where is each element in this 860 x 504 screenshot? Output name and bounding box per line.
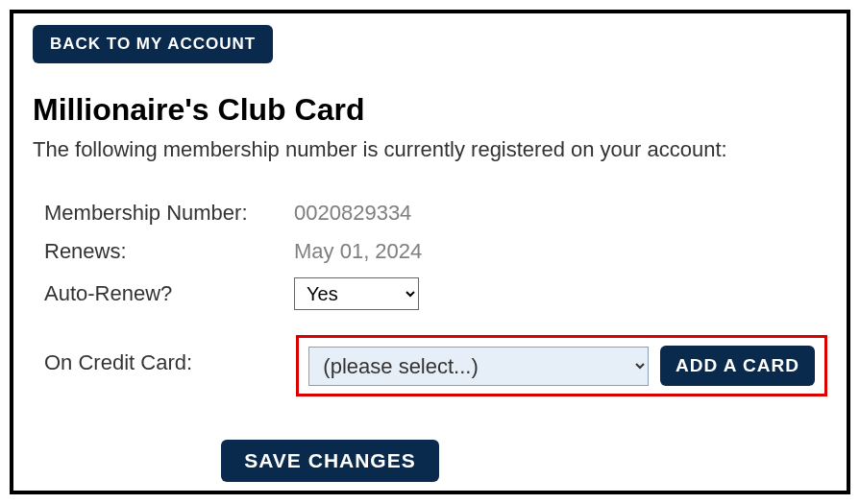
- credit-card-label: On Credit Card:: [44, 350, 296, 375]
- membership-form: Membership Number: 0020829334 Renews: Ma…: [33, 201, 827, 482]
- autorenew-label: Auto-Renew?: [44, 281, 294, 306]
- membership-number-row: Membership Number: 0020829334: [44, 201, 827, 226]
- renews-value: May 01, 2024: [294, 239, 422, 264]
- renews-label: Renews:: [44, 239, 294, 264]
- page-subtitle: The following membership number is curre…: [33, 137, 827, 162]
- autorenew-select[interactable]: Yes: [294, 277, 419, 310]
- credit-card-select[interactable]: (please select...): [308, 347, 649, 386]
- membership-number-label: Membership Number:: [44, 201, 294, 226]
- autorenew-row: Auto-Renew? Yes: [44, 277, 827, 310]
- account-card-panel: BACK TO MY ACCOUNT Millionaire's Club Ca…: [10, 10, 850, 494]
- add-card-button[interactable]: ADD A CARD: [660, 346, 815, 386]
- save-changes-button[interactable]: SAVE CHANGES: [221, 440, 438, 482]
- membership-number-value: 0020829334: [294, 201, 411, 226]
- page-title: Millionaire's Club Card: [33, 92, 827, 128]
- credit-card-highlight: (please select...) ADD A CARD: [296, 335, 827, 396]
- back-to-account-button[interactable]: BACK TO MY ACCOUNT: [33, 25, 273, 63]
- credit-card-row: On Credit Card: (please select...) ADD A…: [44, 329, 827, 396]
- save-button-container: SAVE CHANGES: [44, 440, 827, 482]
- renews-row: Renews: May 01, 2024: [44, 239, 827, 264]
